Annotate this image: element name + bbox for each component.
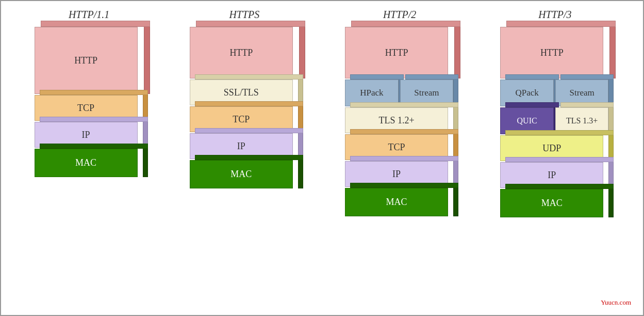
column-https: HTTPSHTTPSSL/TLSTCPIPMAC xyxy=(183,9,306,218)
block-label: MAC xyxy=(35,149,138,177)
block-label: HTTP xyxy=(35,27,138,94)
col-title-http3: HTTP/3 xyxy=(538,9,571,21)
block-http3-0: HTTP xyxy=(500,27,609,78)
block-label: HTTP xyxy=(500,27,603,78)
block-label: MAC xyxy=(345,188,448,216)
col-title-http2: HTTP/2 xyxy=(383,9,416,21)
block-label: MAC xyxy=(190,160,293,188)
column-http3: HTTP/3HTTPQPackStreamQUICTLS 1.3+UDPIPMA… xyxy=(493,9,617,218)
watermark: Yuucn.com xyxy=(601,298,631,307)
stack-https: HTTPSSL/TLSTCPIPMAC xyxy=(190,27,299,189)
block-http2-5: MAC xyxy=(345,188,453,216)
block-http11-3: MAC xyxy=(35,149,143,177)
block-label: HTTP xyxy=(190,27,293,78)
main-container: HTTP/1.1HTTPTCPIPMACHTTPSHTTPSSL/TLSTCPI… xyxy=(0,0,644,316)
column-http2: HTTP/2HTTPHPackStreamTLS 1.2+TCPIPMAC xyxy=(338,9,461,218)
col-title-http11: HTTP/1.1 xyxy=(69,9,109,21)
block-https-0: HTTP xyxy=(190,27,299,78)
stack-http2: HTTPHPackStreamTLS 1.2+TCPIPMAC xyxy=(345,27,454,217)
block-https-4: MAC xyxy=(190,160,298,188)
block-label: MAC xyxy=(500,189,603,217)
block-http3-5: MAC xyxy=(500,189,608,217)
block-http2-0: HTTP xyxy=(345,27,454,78)
stack-http11: HTTPTCPIPMAC xyxy=(35,27,144,178)
column-http11: HTTP/1.1HTTPTCPIPMAC xyxy=(27,9,151,218)
block-label: HTTP xyxy=(345,27,448,78)
col-title-https: HTTPS xyxy=(229,9,259,21)
block-http11-0: HTTP xyxy=(35,27,144,94)
columns-row: HTTP/1.1HTTPTCPIPMACHTTPSHTTPSSL/TLSTCPI… xyxy=(11,9,633,218)
stack-http3: HTTPQPackStreamQUICTLS 1.3+UDPIPMAC xyxy=(500,27,609,218)
